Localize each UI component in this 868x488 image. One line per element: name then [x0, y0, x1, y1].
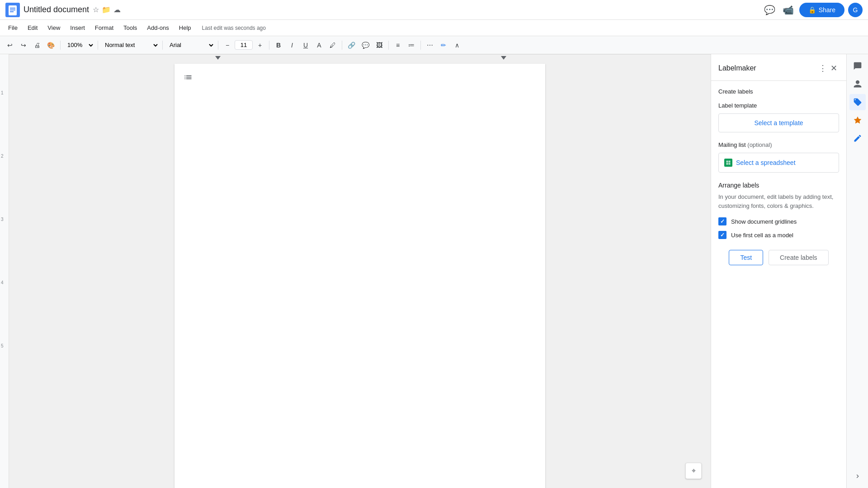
separator-8: [420, 41, 421, 50]
menu-addons[interactable]: Add-ons: [142, 23, 173, 33]
select-spreadsheet-btn[interactable]: Select a spreadsheet: [718, 153, 839, 173]
separator-2: [98, 41, 98, 50]
align-btn[interactable]: ≡: [392, 39, 404, 52]
use-first-cell-label: Use first cell as a model: [731, 232, 793, 239]
menu-view[interactable]: View: [43, 23, 65, 33]
font-size-input[interactable]: [235, 40, 253, 50]
arrange-labels-title: Arrange labels: [718, 182, 839, 189]
collapse-toolbar-btn[interactable]: ∧: [451, 39, 463, 52]
scroll-to-cursor-btn[interactable]: ⌖: [685, 463, 702, 479]
mailing-list-section: Mailing list (optional) Select a spreads…: [718, 141, 839, 173]
svg-rect-8: [729, 163, 731, 165]
font-size-increase-btn[interactable]: +: [254, 39, 266, 52]
create-labels-label: Create labels: [718, 88, 839, 95]
ruler-left-indent[interactable]: [215, 56, 221, 60]
italic-btn[interactable]: I: [286, 39, 298, 52]
separator-1: [60, 41, 61, 50]
panel-menu-btn[interactable]: ⋮: [817, 61, 829, 75]
share-button[interactable]: 🔒 Share: [799, 3, 844, 17]
svg-rect-5: [726, 161, 728, 163]
underline-btn[interactable]: U: [299, 39, 312, 52]
svg-rect-4: [10, 11, 14, 12]
header-actions: 💬 📹 🔒 Share G: [762, 3, 863, 17]
font-size-decrease-btn[interactable]: −: [221, 39, 234, 52]
right-share-btn[interactable]: [849, 76, 866, 92]
main-area: 1 2 3 4 5 1 1 2 3 4 5 6 7 8: [0, 54, 868, 488]
panel-header: Labelmaker ⋮ ✕: [711, 54, 846, 81]
menu-bar: File Edit View Insert Format Tools Add-o…: [0, 20, 868, 36]
edit-btn[interactable]: ✏: [437, 39, 450, 52]
right-comments-btn[interactable]: [849, 58, 866, 74]
margin-num-4: 4: [1, 280, 4, 285]
ruler-right-indent[interactable]: [501, 56, 506, 60]
menu-file[interactable]: File: [4, 23, 22, 33]
redo-btn[interactable]: ↪: [17, 39, 30, 52]
show-gridlines-label: Show document gridlines: [731, 218, 797, 225]
cloud-icon[interactable]: ☁: [113, 5, 121, 14]
separator-7: [388, 41, 389, 50]
undo-btn[interactable]: ↩: [4, 39, 16, 52]
create-labels-button[interactable]: Create labels: [769, 250, 829, 265]
document-page[interactable]: [175, 64, 545, 488]
share-label: Share: [819, 6, 835, 14]
select-template-label: Select a template: [754, 119, 803, 127]
margin-num-2: 2: [1, 154, 4, 159]
mailing-list-heading: Mailing list (optional): [718, 141, 839, 148]
labelmaker-panel: Labelmaker ⋮ ✕ Create labels Label templ…: [711, 54, 846, 488]
separator-3: [162, 41, 163, 50]
select-template-btn[interactable]: Select a template: [718, 113, 839, 132]
menu-insert[interactable]: Insert: [66, 23, 90, 33]
save-icon[interactable]: 📁: [102, 5, 111, 14]
menu-format[interactable]: Format: [90, 23, 118, 33]
menu-edit[interactable]: Edit: [23, 23, 42, 33]
comments-btn[interactable]: 💬: [762, 3, 777, 17]
doc-list-icon: [184, 73, 193, 84]
doc-area[interactable]: 1 1 2 3 4 5 6 7 8 ⌖: [9, 54, 711, 488]
menu-tools[interactable]: Tools: [119, 23, 142, 33]
svg-rect-2: [10, 8, 15, 9]
right-star-btn[interactable]: [849, 112, 866, 128]
link-btn[interactable]: 🔗: [345, 39, 358, 52]
paint-format-btn[interactable]: 🎨: [44, 39, 57, 52]
ruler: 1 1 2 3 4 5 6 7 8: [9, 54, 711, 55]
meet-btn[interactable]: 📹: [781, 3, 796, 17]
panel-title: Labelmaker: [718, 64, 817, 72]
panel-close-btn[interactable]: ✕: [829, 61, 839, 75]
mailing-label-text: Mailing list: [718, 141, 746, 148]
right-edit-btn[interactable]: [849, 130, 866, 146]
show-gridlines-row: Show document gridlines: [718, 217, 839, 225]
left-margin: 1 2 3 4 5: [0, 54, 9, 488]
right-labelmaker-btn[interactable]: [849, 94, 866, 110]
separator-5: [269, 41, 269, 50]
show-gridlines-checkbox[interactable]: [718, 217, 726, 225]
star-title-icon[interactable]: ☆: [93, 5, 99, 14]
right-expand-btn[interactable]: [849, 468, 866, 484]
text-color-btn[interactable]: A: [313, 39, 326, 52]
share-lock-icon: 🔒: [808, 6, 816, 14]
comment-btn[interactable]: 💬: [359, 39, 372, 52]
list-btn[interactable]: ≔: [405, 39, 418, 52]
highlight-btn[interactable]: 🖊: [326, 39, 339, 52]
label-template-section: Label template Select a template: [718, 102, 839, 132]
margin-num-5: 5: [1, 343, 4, 348]
more-btn[interactable]: ⋯: [424, 39, 436, 52]
bold-btn[interactable]: B: [272, 39, 285, 52]
image-btn[interactable]: 🖼: [373, 39, 386, 52]
font-select[interactable]: Arial: [165, 39, 215, 52]
test-button[interactable]: Test: [729, 250, 763, 265]
select-spreadsheet-label: Select a spreadsheet: [736, 159, 796, 166]
menu-help[interactable]: Help: [175, 23, 196, 33]
zoom-select[interactable]: 100%: [63, 39, 95, 52]
margin-num-1: 1: [1, 90, 4, 95]
create-labels-row: Create labels: [718, 88, 839, 95]
print-btn[interactable]: 🖨: [31, 39, 43, 52]
use-first-cell-checkbox[interactable]: [718, 231, 726, 239]
panel-content: Create labels Label template Select a te…: [711, 81, 846, 488]
svg-rect-6: [729, 161, 731, 163]
style-select[interactable]: Normal text: [101, 39, 160, 52]
cursor-icon: ⌖: [692, 467, 696, 475]
action-buttons: Test Create labels: [718, 250, 839, 265]
avatar[interactable]: G: [848, 3, 863, 17]
right-icon-strip: [846, 54, 868, 488]
sheets-icon: [724, 159, 732, 167]
